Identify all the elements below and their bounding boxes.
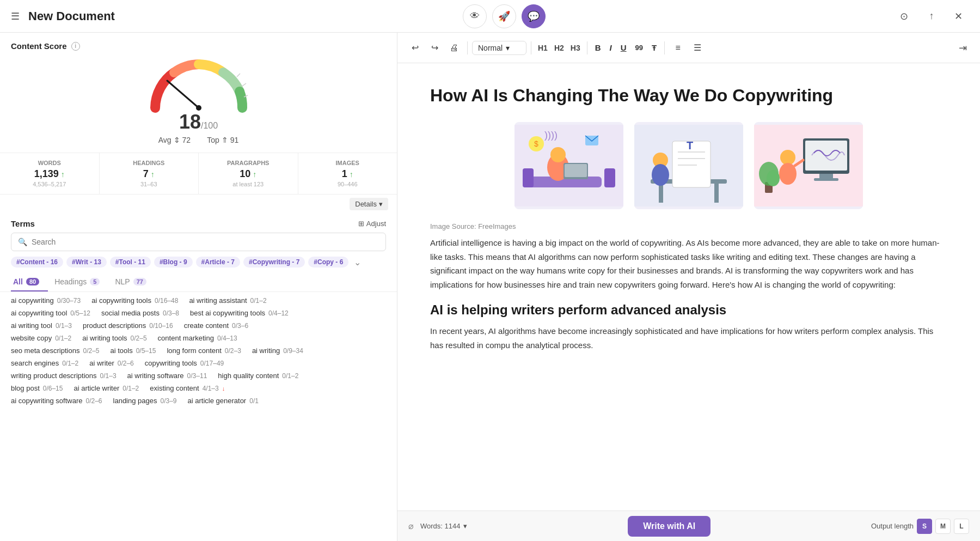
top-label: Top ⇑ 91 xyxy=(207,136,238,144)
quote-button[interactable]: 99 xyxy=(632,41,646,54)
terms-row-7: writing product descriptions 0/1–3 ai wr… xyxy=(11,372,386,380)
right-panel: ↩ ↪ 🖨 Normal ▾ H1 H2 H3 B I U 99 Ŧ ≡ ☰ ⇥ xyxy=(397,33,980,541)
score-denom: /100 xyxy=(201,121,218,130)
length-l-button[interactable]: L xyxy=(954,519,969,534)
rocket-button[interactable]: 🚀 xyxy=(492,4,516,28)
score-number: 18 xyxy=(179,111,201,133)
list-item: ai copywriting 0/30–73 xyxy=(11,296,81,305)
list-item: product descriptions 0/10–16 xyxy=(83,321,173,330)
terms-row-8: blog post 0/6–15 ai article writer 0/1–2… xyxy=(11,384,386,392)
terms-row-4: website copy 0/1–2 ai writing tools 0/2–… xyxy=(11,334,386,342)
svg-rect-19 xyxy=(659,184,663,203)
editor-content[interactable]: How AI Is Changing The Way We Do Copywri… xyxy=(397,63,980,510)
tag-writ[interactable]: #Writ - 13 xyxy=(66,257,107,268)
headings-arrow: ↑ xyxy=(151,170,155,179)
tags-chevron-down[interactable]: ⌄ xyxy=(354,257,361,268)
svg-rect-32 xyxy=(814,178,838,181)
illustration-3 xyxy=(754,122,863,209)
separator xyxy=(531,41,531,54)
svg-text:T: T xyxy=(687,139,693,151)
h3-button[interactable]: H3 xyxy=(568,42,583,53)
format-select[interactable]: Normal ▾ xyxy=(472,41,526,55)
word-count-chevron-icon: ▾ xyxy=(463,522,467,530)
list-item: long form content 0/2–3 xyxy=(167,347,241,355)
eye-button[interactable]: 👁 xyxy=(463,4,487,28)
list-item: ai copywriting tool 0/5–12 xyxy=(11,309,90,317)
gauge-chart xyxy=(144,56,253,116)
list-item: create content 0/3–6 xyxy=(184,321,248,330)
list-item: ai writing tools 0/2–5 xyxy=(82,334,146,342)
top-header: ☰ New Document 👁 🚀 💬 ⊙ ↑ ✕ xyxy=(0,0,980,33)
document-title: New Document xyxy=(28,9,115,23)
words-arrow: ↑ xyxy=(61,170,65,179)
svg-text:$: $ xyxy=(534,139,538,148)
adjust-button[interactable]: ⊞ Adjust xyxy=(358,220,386,228)
underline-button[interactable]: U xyxy=(617,41,630,54)
info-icon[interactable]: i xyxy=(71,42,80,51)
eye-circle-button[interactable]: ⊙ xyxy=(894,6,915,27)
close-button[interactable]: ✕ xyxy=(948,6,969,27)
tag-blog[interactable]: #Blog - 9 xyxy=(154,257,193,268)
svg-rect-7 xyxy=(523,168,534,187)
search-input[interactable] xyxy=(32,238,379,246)
svg-point-1 xyxy=(196,105,201,111)
tag-tool[interactable]: #Tool - 11 xyxy=(110,257,151,268)
select-chevron-icon: ▾ xyxy=(506,44,510,52)
list-item: ai copywriting tools 0/16–48 xyxy=(91,296,178,305)
terms-tabs: All 80 Headings 5 NLP 77 xyxy=(0,273,397,292)
list-item: content marketing 0/4–13 xyxy=(158,334,237,342)
word-count-button[interactable]: Words: 1144 ▾ xyxy=(420,522,467,530)
list-button[interactable]: ☰ xyxy=(689,39,706,57)
special-button[interactable]: Ŧ xyxy=(648,41,660,54)
terms-row-5: seo meta descriptions 0/2–5 ai tools 0/5… xyxy=(11,347,386,355)
list-item: ai article writer 0/1–2 xyxy=(74,384,139,392)
tab-nlp[interactable]: NLP 77 xyxy=(113,273,155,291)
length-m-button[interactable]: M xyxy=(935,519,951,534)
avg-label: Avg ⇕ 72 xyxy=(158,136,191,144)
list-item: social media posts 0/3–8 xyxy=(101,309,179,317)
stat-words: WORDS 1,139 ↑ 4,536–5,217 xyxy=(0,153,100,194)
document-paragraph-2: In recent years, AI algorithms have beco… xyxy=(430,324,947,352)
hamburger-icon[interactable]: ☰ xyxy=(11,10,20,22)
image-source: Image Source: FreeImages xyxy=(430,222,947,230)
separator xyxy=(587,41,587,54)
terms-row-3: ai writing tool 0/1–3 product descriptio… xyxy=(11,321,386,330)
tag-copy[interactable]: #Copy - 6 xyxy=(308,257,348,268)
collapse-button[interactable]: ⇥ xyxy=(954,39,971,57)
h2-button[interactable]: H2 xyxy=(552,42,566,53)
svg-line-4 xyxy=(237,74,240,77)
chat-button[interactable]: 💬 xyxy=(522,4,546,28)
length-s-button[interactable]: S xyxy=(917,519,932,534)
list-item: ai writing assistant 0/1–2 xyxy=(189,296,266,305)
tab-nlp-badge: 77 xyxy=(133,278,146,285)
svg-rect-8 xyxy=(604,168,615,187)
list-item: best ai copywriting tools 0/4–12 xyxy=(190,309,289,317)
details-button[interactable]: Details ▾ xyxy=(350,198,388,210)
tag-article[interactable]: #Article - 7 xyxy=(196,257,240,268)
italic-button[interactable]: I xyxy=(607,41,615,54)
gauge-avg-top: Avg ⇕ 72 Top ⇑ 91 xyxy=(158,136,239,144)
share-button[interactable]: ↑ xyxy=(921,6,942,27)
h1-button[interactable]: H1 xyxy=(536,42,550,53)
tab-all-badge: 80 xyxy=(26,278,39,285)
bold-button[interactable]: B xyxy=(592,41,604,54)
tab-all[interactable]: All 80 xyxy=(11,273,48,291)
tag-content[interactable]: #Content - 16 xyxy=(11,257,63,268)
list-item: ai writing tool 0/1–3 xyxy=(11,321,72,330)
adjust-icon: ⊞ xyxy=(358,220,364,228)
undo-button[interactable]: ↩ xyxy=(406,39,424,57)
terms-row-2: ai copywriting tool 0/5–12 social media … xyxy=(11,309,386,317)
write-ai-button[interactable]: Write with AI xyxy=(628,516,710,537)
list-item: website copy 0/1–2 xyxy=(11,334,71,342)
stat-images: IMAGES 1 ↑ 90–446 xyxy=(298,153,397,194)
tab-headings[interactable]: Headings 5 xyxy=(52,273,108,291)
search-box: 🔍 xyxy=(11,233,386,251)
redo-button[interactable]: ↪ xyxy=(426,39,443,57)
header-right-btns: ⊙ ↑ ✕ xyxy=(894,6,969,27)
tag-copywriting[interactable]: #Copywriting - 7 xyxy=(243,257,305,268)
illustration-2: T xyxy=(634,122,743,209)
print-button[interactable]: 🖨 xyxy=(445,39,463,57)
align-left-button[interactable]: ≡ xyxy=(669,39,687,57)
document-heading: How AI Is Changing The Way We Do Copywri… xyxy=(430,85,947,106)
term-down-arrow: ↓ xyxy=(222,385,225,392)
